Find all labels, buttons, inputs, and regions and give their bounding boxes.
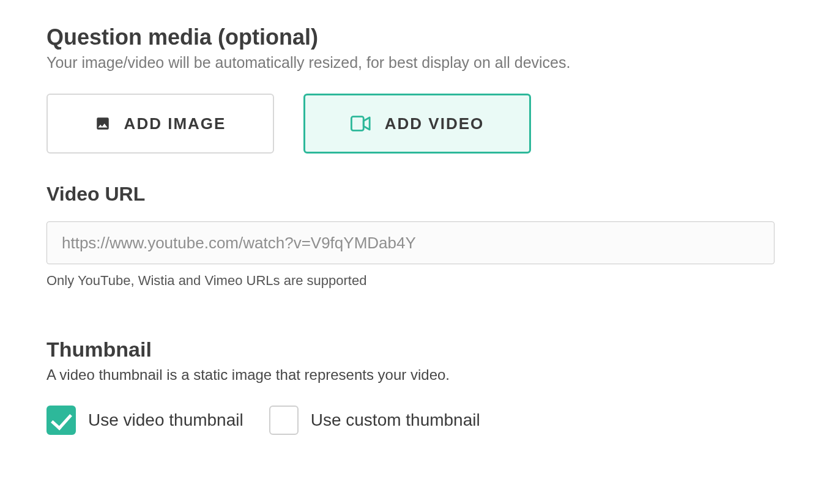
thumbnail-title: Thumbnail [46, 338, 775, 361]
use-video-thumbnail-checkbox[interactable]: Use video thumbnail [46, 406, 243, 435]
use-video-thumbnail-label: Use video thumbnail [88, 410, 243, 430]
section-title: Question media (optional) [46, 24, 775, 50]
video-url-helper: Only YouTube, Wistia and Vimeo URLs are … [46, 273, 775, 289]
media-button-row: ADD IMAGE ADD VIDEO [46, 94, 775, 154]
video-icon [351, 116, 371, 132]
video-url-label: Video URL [46, 183, 775, 206]
section-subtitle: Your image/video will be automatically r… [46, 54, 775, 72]
add-video-label: ADD VIDEO [385, 114, 484, 133]
use-custom-thumbnail-label: Use custom thumbnail [311, 410, 480, 430]
checkbox-checked-icon [46, 406, 76, 435]
thumbnail-description: A video thumbnail is a static image that… [46, 366, 775, 384]
add-image-button[interactable]: ADD IMAGE [46, 94, 274, 154]
thumbnail-options-row: Use video thumbnail Use custom thumbnail [46, 406, 775, 435]
video-url-input[interactable] [46, 221, 775, 264]
checkbox-unchecked-icon [269, 406, 299, 435]
question-media-section: Question media (optional) Your image/vid… [46, 24, 775, 435]
use-custom-thumbnail-checkbox[interactable]: Use custom thumbnail [269, 406, 480, 435]
add-video-button[interactable]: ADD VIDEO [303, 94, 531, 154]
svg-rect-0 [351, 117, 363, 131]
image-icon [95, 116, 111, 132]
add-image-label: ADD IMAGE [124, 114, 226, 133]
